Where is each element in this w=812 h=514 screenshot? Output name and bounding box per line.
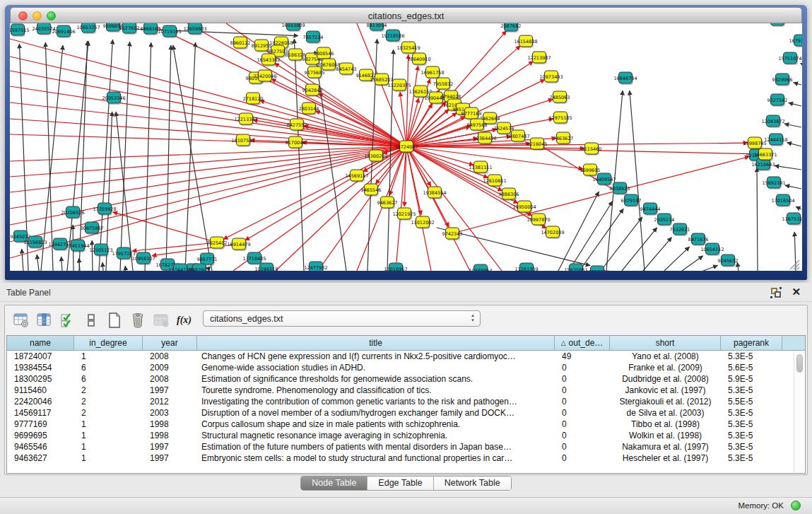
table-row[interactable]: 1872400712008Changes of HCN gene express… [7,351,805,362]
table-cell: 0 [555,396,610,407]
table-row[interactable]: 1456911722003Disruption of a novel membe… [7,407,805,419]
table-cell: 5.5E-5 [721,396,782,407]
graph-node-label: 15751074 [778,56,801,62]
network-window-title: citations_edges.txt [11,11,801,21]
graph-node-label: 9227342 [767,98,788,103]
select-attributes-icon[interactable] [59,311,77,329]
table-cell: 2008 [143,373,197,385]
table-cell: Genome-wide association studies in ADHD. [197,362,555,373]
table-cell: Estimation of significance thresholds fo… [197,373,555,385]
graph-node-label: 15018957 [384,267,407,271]
graph-node-label: 16791212 [789,38,802,44]
new-table-icon[interactable] [105,311,124,329]
scrollbar-thumb[interactable] [796,354,803,373]
network-canvas[interactable]: 1659751524035574206914061065325795068561… [10,23,802,271]
graph-node-label: 15635061 [564,267,587,271]
graph-node-label: 12659803 [183,26,206,32]
network-graph[interactable]: 1659751524035574206914061065325795068561… [10,23,802,271]
table-cell: 1 [74,419,143,430]
table-header-row: namein_degreeyeartitle△out_de…shortpager… [7,336,805,351]
graph-node-label: 10958107 [131,256,155,262]
tab-network-table[interactable]: Network Table [433,477,511,490]
graph-node-label: 10719195 [158,29,181,35]
table-vertical-scrollbar[interactable] [794,351,804,473]
table-settings-icon[interactable] [12,311,30,329]
table-row[interactable]: 1830029562008Estimation of significance … [7,373,805,385]
row-height-icon[interactable] [82,311,100,329]
table-cell: 6 [74,362,143,373]
table-cell: 9115460 [7,385,74,396]
delete-table-icon[interactable] [129,311,147,329]
close-panel-icon[interactable]: ✕ [792,286,801,298]
graph-node-label: 16409547 [592,177,616,182]
graph-node-label: 10973493 [539,74,563,80]
function-builder-icon[interactable]: f(x) [177,315,192,326]
graph-node-label: 10654112 [700,247,724,252]
graph-node-label: 11451944 [66,243,89,249]
table-cell: Corpus callosum shape and size in male p… [197,419,555,430]
graph-node-label: 9115460 [582,146,602,152]
graph-node-label: 18724007 [394,144,418,150]
graph-node-label: 8471676 [688,237,709,243]
show-column-icon[interactable] [35,311,54,329]
graph-node[interactable] [771,23,784,25]
graph-node-label: 9474444 [640,206,661,212]
graph-node-label: 8960122 [230,40,251,46]
graph-node-label: 12213987 [527,55,551,61]
column-header-title[interactable]: title [197,336,555,350]
table-cell: 2003 [143,407,197,419]
column-header-year[interactable]: year [143,336,197,350]
graph-node-label: 9482902 [189,267,210,271]
table-row[interactable]: 969969511998Structural magnetic resonanc… [7,430,805,441]
graph-node-label: 2087682 [501,23,522,29]
table-row[interactable]: 977716911998Corpus callosum shape and si… [7,419,805,430]
graph-node-label: 16543382 [257,57,280,63]
graph-node-label: 19384554 [423,190,446,196]
graph-node-label: 7485063 [550,95,570,100]
table-cell: 9699695 [7,430,74,441]
tab-edge-table[interactable]: Edge Table [367,477,433,490]
table-cell: Stergiakouli et al. (2012) [610,396,721,407]
graph-node-label: 8427552 [287,122,307,128]
graph-node-label: 6497568 [467,122,488,128]
graph-node-label: 16961758 [420,70,444,76]
graph-node-label: 20053346 [102,95,125,101]
table-row[interactable]: 946362711997Embryonic stem cells: a mode… [7,452,805,464]
network-window: citations_edges.txt 16597515240355742069… [5,5,807,280]
table-cell: 1 [74,430,143,441]
table-selector-dropdown[interactable]: citations_edges.txt ▲▼ [203,310,481,327]
column-header-out-de-[interactable]: △out_de… [555,336,610,350]
graph-node-label: 17016504 [771,198,794,204]
cytoscape-desktop: citations_edges.txt 16597515240355742069… [0,0,812,514]
graph-node-label: 9245012 [11,234,31,240]
network-window-titlebar[interactable]: citations_edges.txt [10,7,802,23]
table-selector-value: citations_edges.txt [210,314,283,324]
column-header-short[interactable]: short [610,336,721,350]
graph-node-label: 11381111 [469,165,492,170]
graph-node-label: 14663371 [753,152,777,158]
column-header-pagerank[interactable]: pagerank [721,336,782,350]
graph-node-label: 13718485 [242,256,266,262]
table-row[interactable]: 1938455462009Genome-wide association stu… [7,362,805,373]
table-cell: 9465546 [7,441,74,452]
table-tabs: Node TableEdge TableNetwork Table [300,476,511,491]
table-cell: 9777169 [7,419,74,430]
graph-node-label: 11675319 [782,216,802,222]
column-header-name[interactable]: name [7,336,74,350]
table-cell: 0 [555,373,610,385]
table-cell: 1998 [143,419,197,430]
graph-node-label: 1527602 [119,25,140,31]
table-row[interactable]: 946554611997Estimation of the future num… [7,441,805,452]
import-table-disabled-icon[interactable] [152,311,170,329]
tab-node-table[interactable]: Node Table [301,477,367,490]
table-row[interactable]: 2242004622012Investigating the contribut… [7,396,805,407]
table-cell: 1 [74,452,143,464]
column-header-in-degree[interactable]: in_degree [74,336,143,350]
float-panel-icon[interactable] [771,288,781,298]
graph-node-label: 15692391 [762,180,785,186]
graph-node-label: 13626150 [408,89,432,95]
table-cell: Investigating the contribution of common… [197,396,555,407]
memory-status-label: Memory: OK [738,501,784,510]
table-row[interactable]: 911546021997Tourette syndrome. Phenomeno… [7,385,805,396]
graph-node-label: 16154838 [514,39,537,45]
